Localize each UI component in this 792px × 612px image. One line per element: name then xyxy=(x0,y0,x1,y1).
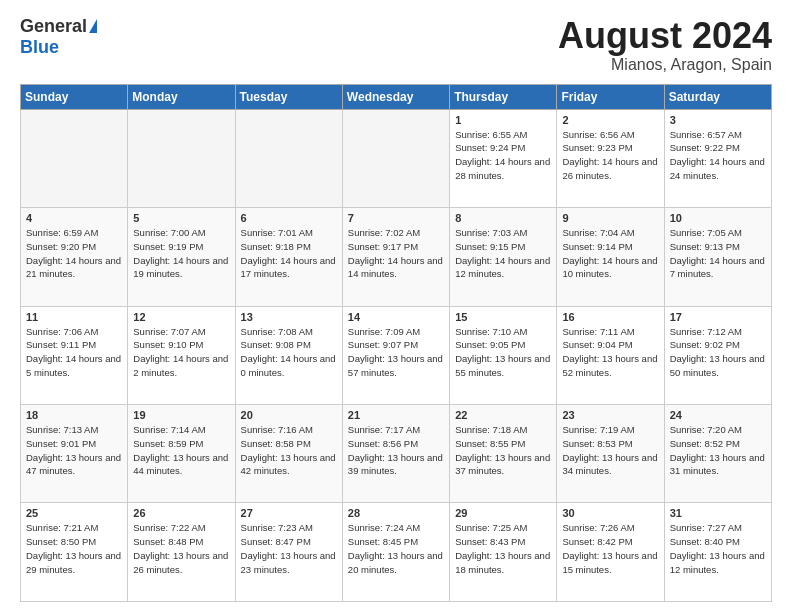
day-info: Sunrise: 7:08 AM Sunset: 9:08 PM Dayligh… xyxy=(241,325,337,380)
day-number: 20 xyxy=(241,409,337,421)
calendar-week-row: 11Sunrise: 7:06 AM Sunset: 9:11 PM Dayli… xyxy=(21,306,772,404)
day-number: 5 xyxy=(133,212,229,224)
calendar-week-row: 1Sunrise: 6:55 AM Sunset: 9:24 PM Daylig… xyxy=(21,109,772,207)
header-monday: Monday xyxy=(128,84,235,109)
calendar-title: August 2024 xyxy=(558,16,772,56)
table-row xyxy=(342,109,449,207)
table-row xyxy=(21,109,128,207)
day-number: 30 xyxy=(562,507,658,519)
day-info: Sunrise: 7:21 AM Sunset: 8:50 PM Dayligh… xyxy=(26,521,122,576)
table-row: 18Sunrise: 7:13 AM Sunset: 9:01 PM Dayli… xyxy=(21,405,128,503)
header-saturday: Saturday xyxy=(664,84,771,109)
day-number: 29 xyxy=(455,507,551,519)
logo-blue-text: Blue xyxy=(20,37,59,58)
table-row xyxy=(128,109,235,207)
day-info: Sunrise: 7:23 AM Sunset: 8:47 PM Dayligh… xyxy=(241,521,337,576)
day-number: 23 xyxy=(562,409,658,421)
day-info: Sunrise: 6:56 AM Sunset: 9:23 PM Dayligh… xyxy=(562,128,658,183)
table-row: 14Sunrise: 7:09 AM Sunset: 9:07 PM Dayli… xyxy=(342,306,449,404)
day-info: Sunrise: 7:01 AM Sunset: 9:18 PM Dayligh… xyxy=(241,226,337,281)
day-number: 22 xyxy=(455,409,551,421)
day-info: Sunrise: 7:26 AM Sunset: 8:42 PM Dayligh… xyxy=(562,521,658,576)
day-info: Sunrise: 7:22 AM Sunset: 8:48 PM Dayligh… xyxy=(133,521,229,576)
table-row: 27Sunrise: 7:23 AM Sunset: 8:47 PM Dayli… xyxy=(235,503,342,602)
table-row: 24Sunrise: 7:20 AM Sunset: 8:52 PM Dayli… xyxy=(664,405,771,503)
calendar-week-row: 25Sunrise: 7:21 AM Sunset: 8:50 PM Dayli… xyxy=(21,503,772,602)
table-row: 26Sunrise: 7:22 AM Sunset: 8:48 PM Dayli… xyxy=(128,503,235,602)
day-number: 26 xyxy=(133,507,229,519)
page: General Blue August 2024 Mianos, Aragon,… xyxy=(0,0,792,612)
day-info: Sunrise: 7:04 AM Sunset: 9:14 PM Dayligh… xyxy=(562,226,658,281)
day-number: 18 xyxy=(26,409,122,421)
table-row: 4Sunrise: 6:59 AM Sunset: 9:20 PM Daylig… xyxy=(21,208,128,306)
table-row: 12Sunrise: 7:07 AM Sunset: 9:10 PM Dayli… xyxy=(128,306,235,404)
day-number: 27 xyxy=(241,507,337,519)
day-number: 7 xyxy=(348,212,444,224)
title-block: August 2024 Mianos, Aragon, Spain xyxy=(558,16,772,74)
table-row: 28Sunrise: 7:24 AM Sunset: 8:45 PM Dayli… xyxy=(342,503,449,602)
header: General Blue August 2024 Mianos, Aragon,… xyxy=(20,16,772,74)
day-info: Sunrise: 7:17 AM Sunset: 8:56 PM Dayligh… xyxy=(348,423,444,478)
day-number: 13 xyxy=(241,311,337,323)
table-row: 29Sunrise: 7:25 AM Sunset: 8:43 PM Dayli… xyxy=(450,503,557,602)
calendar-week-row: 4Sunrise: 6:59 AM Sunset: 9:20 PM Daylig… xyxy=(21,208,772,306)
day-number: 8 xyxy=(455,212,551,224)
day-info: Sunrise: 7:24 AM Sunset: 8:45 PM Dayligh… xyxy=(348,521,444,576)
calendar-location: Mianos, Aragon, Spain xyxy=(558,56,772,74)
table-row: 3Sunrise: 6:57 AM Sunset: 9:22 PM Daylig… xyxy=(664,109,771,207)
day-info: Sunrise: 7:20 AM Sunset: 8:52 PM Dayligh… xyxy=(670,423,766,478)
table-row: 13Sunrise: 7:08 AM Sunset: 9:08 PM Dayli… xyxy=(235,306,342,404)
day-number: 11 xyxy=(26,311,122,323)
calendar-table: Sunday Monday Tuesday Wednesday Thursday… xyxy=(20,84,772,602)
table-row: 11Sunrise: 7:06 AM Sunset: 9:11 PM Dayli… xyxy=(21,306,128,404)
table-row: 30Sunrise: 7:26 AM Sunset: 8:42 PM Dayli… xyxy=(557,503,664,602)
table-row: 15Sunrise: 7:10 AM Sunset: 9:05 PM Dayli… xyxy=(450,306,557,404)
table-row: 6Sunrise: 7:01 AM Sunset: 9:18 PM Daylig… xyxy=(235,208,342,306)
day-number: 6 xyxy=(241,212,337,224)
day-info: Sunrise: 7:10 AM Sunset: 9:05 PM Dayligh… xyxy=(455,325,551,380)
day-info: Sunrise: 7:25 AM Sunset: 8:43 PM Dayligh… xyxy=(455,521,551,576)
day-number: 15 xyxy=(455,311,551,323)
table-row: 22Sunrise: 7:18 AM Sunset: 8:55 PM Dayli… xyxy=(450,405,557,503)
day-info: Sunrise: 7:06 AM Sunset: 9:11 PM Dayligh… xyxy=(26,325,122,380)
day-number: 17 xyxy=(670,311,766,323)
day-info: Sunrise: 7:00 AM Sunset: 9:19 PM Dayligh… xyxy=(133,226,229,281)
table-row xyxy=(235,109,342,207)
day-number: 31 xyxy=(670,507,766,519)
table-row: 1Sunrise: 6:55 AM Sunset: 9:24 PM Daylig… xyxy=(450,109,557,207)
table-row: 16Sunrise: 7:11 AM Sunset: 9:04 PM Dayli… xyxy=(557,306,664,404)
day-info: Sunrise: 7:03 AM Sunset: 9:15 PM Dayligh… xyxy=(455,226,551,281)
table-row: 19Sunrise: 7:14 AM Sunset: 8:59 PM Dayli… xyxy=(128,405,235,503)
day-number: 25 xyxy=(26,507,122,519)
day-info: Sunrise: 6:55 AM Sunset: 9:24 PM Dayligh… xyxy=(455,128,551,183)
table-row: 23Sunrise: 7:19 AM Sunset: 8:53 PM Dayli… xyxy=(557,405,664,503)
table-row: 25Sunrise: 7:21 AM Sunset: 8:50 PM Dayli… xyxy=(21,503,128,602)
table-row: 7Sunrise: 7:02 AM Sunset: 9:17 PM Daylig… xyxy=(342,208,449,306)
table-row: 10Sunrise: 7:05 AM Sunset: 9:13 PM Dayli… xyxy=(664,208,771,306)
day-number: 10 xyxy=(670,212,766,224)
table-row: 21Sunrise: 7:17 AM Sunset: 8:56 PM Dayli… xyxy=(342,405,449,503)
table-row: 20Sunrise: 7:16 AM Sunset: 8:58 PM Dayli… xyxy=(235,405,342,503)
day-number: 4 xyxy=(26,212,122,224)
day-number: 14 xyxy=(348,311,444,323)
day-info: Sunrise: 7:02 AM Sunset: 9:17 PM Dayligh… xyxy=(348,226,444,281)
day-info: Sunrise: 7:18 AM Sunset: 8:55 PM Dayligh… xyxy=(455,423,551,478)
day-number: 1 xyxy=(455,114,551,126)
table-row: 8Sunrise: 7:03 AM Sunset: 9:15 PM Daylig… xyxy=(450,208,557,306)
day-info: Sunrise: 6:59 AM Sunset: 9:20 PM Dayligh… xyxy=(26,226,122,281)
calendar-week-row: 18Sunrise: 7:13 AM Sunset: 9:01 PM Dayli… xyxy=(21,405,772,503)
day-number: 3 xyxy=(670,114,766,126)
day-number: 9 xyxy=(562,212,658,224)
day-info: Sunrise: 6:57 AM Sunset: 9:22 PM Dayligh… xyxy=(670,128,766,183)
table-row: 9Sunrise: 7:04 AM Sunset: 9:14 PM Daylig… xyxy=(557,208,664,306)
day-number: 24 xyxy=(670,409,766,421)
day-number: 2 xyxy=(562,114,658,126)
day-info: Sunrise: 7:07 AM Sunset: 9:10 PM Dayligh… xyxy=(133,325,229,380)
day-info: Sunrise: 7:16 AM Sunset: 8:58 PM Dayligh… xyxy=(241,423,337,478)
day-info: Sunrise: 7:19 AM Sunset: 8:53 PM Dayligh… xyxy=(562,423,658,478)
day-number: 12 xyxy=(133,311,229,323)
day-info: Sunrise: 7:09 AM Sunset: 9:07 PM Dayligh… xyxy=(348,325,444,380)
day-info: Sunrise: 7:11 AM Sunset: 9:04 PM Dayligh… xyxy=(562,325,658,380)
day-number: 16 xyxy=(562,311,658,323)
header-thursday: Thursday xyxy=(450,84,557,109)
